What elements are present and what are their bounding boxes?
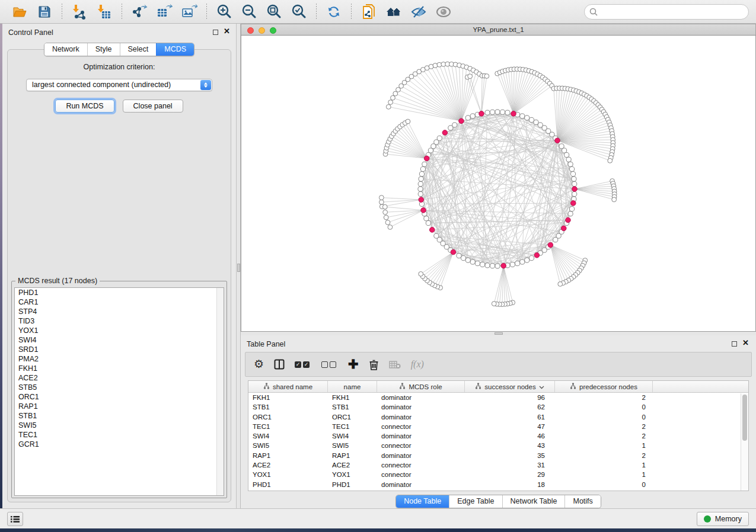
cell-successor-nodes[interactable]: 47 xyxy=(465,422,555,431)
graph-hub-node[interactable] xyxy=(501,263,506,268)
task-history-button[interactable] xyxy=(7,512,23,526)
cell-name[interactable]: PHD1 xyxy=(328,480,377,489)
hide-graphics-details-icon[interactable] xyxy=(410,3,428,21)
save-session-icon[interactable] xyxy=(36,3,53,21)
open-file-icon[interactable] xyxy=(11,3,28,21)
graph-node[interactable] xyxy=(510,262,515,267)
cell-successor-nodes[interactable]: 96 xyxy=(465,393,555,402)
cell-MCDS-role[interactable]: connector xyxy=(377,460,465,470)
criterion-dropdown[interactable]: largest connected component (undirected) xyxy=(26,79,212,91)
import-table-icon[interactable] xyxy=(95,3,113,21)
graph-node[interactable] xyxy=(520,259,525,264)
graph-hub-node[interactable] xyxy=(479,111,484,117)
tab-network[interactable]: Network xyxy=(44,43,87,56)
graph-node[interactable] xyxy=(569,207,574,211)
graph-node[interactable] xyxy=(470,259,475,264)
select-all-checkboxes-icon[interactable]: ✓✓ xyxy=(295,361,311,368)
cell-MCDS-role[interactable]: dominator xyxy=(377,451,465,460)
vertical-splitter-handle[interactable] xyxy=(237,264,240,272)
cell-successor-nodes[interactable]: 31 xyxy=(465,460,555,470)
close-panel-icon[interactable]: ✕ xyxy=(224,27,230,36)
graph-leaf-node[interactable] xyxy=(379,196,384,200)
cell-MCDS-role[interactable]: dominator xyxy=(377,412,465,422)
graph-node[interactable] xyxy=(572,177,576,181)
cell-MCDS-role[interactable]: connector xyxy=(377,441,465,450)
tab-motifs[interactable]: Motifs xyxy=(564,495,600,508)
column-header-MCDS-role[interactable]: MCDS role xyxy=(377,381,465,392)
zoom-selected-icon[interactable] xyxy=(290,3,308,21)
show-eye-icon[interactable] xyxy=(435,3,452,21)
graph-node[interactable] xyxy=(515,261,520,265)
tab-mcds[interactable]: MCDS xyxy=(156,43,194,56)
table-row[interactable]: FKH1FKH1dominator962 xyxy=(248,393,748,402)
table-row[interactable]: TEC1TEC1connector472 xyxy=(248,422,748,431)
cell-shared-name[interactable]: SWI5 xyxy=(248,441,328,450)
cell-shared-name[interactable]: ORC1 xyxy=(248,412,328,422)
cell-successor-nodes[interactable]: 43 xyxy=(465,441,555,450)
window-minimize-icon[interactable] xyxy=(259,27,265,34)
mcds-result-item[interactable]: ORC1 xyxy=(15,392,224,402)
graph-hub-node[interactable] xyxy=(424,156,429,161)
graph-node[interactable] xyxy=(428,148,433,153)
graph-leaf-node[interactable] xyxy=(382,204,387,209)
graph-leaf-node[interactable] xyxy=(388,100,393,105)
graph-leaf-node[interactable] xyxy=(391,95,395,100)
graph-node[interactable] xyxy=(422,162,427,166)
cell-name[interactable]: SWI4 xyxy=(328,431,377,441)
cell-shared-name[interactable]: RAP1 xyxy=(248,451,328,460)
mcds-result-item[interactable]: STB5 xyxy=(15,383,224,392)
graph-hub-node[interactable] xyxy=(459,118,464,124)
network-window-titlebar[interactable]: YPA_prune.txt_1 xyxy=(241,24,756,36)
table-row[interactable]: PHD1PHD1dominator180 xyxy=(248,480,748,489)
graph-node[interactable] xyxy=(525,116,529,120)
graph-hub-node[interactable] xyxy=(566,217,571,223)
cell-successor-nodes[interactable]: 18 xyxy=(465,480,555,489)
cell-predecessor-nodes[interactable]: 0 xyxy=(555,412,653,422)
mcds-result-item[interactable]: STP4 xyxy=(15,307,224,316)
graph-node[interactable] xyxy=(529,117,534,122)
graph-node[interactable] xyxy=(569,166,574,171)
mcds-result-item[interactable]: GCR1 xyxy=(15,440,224,449)
cell-successor-nodes[interactable]: 62 xyxy=(465,402,555,412)
graph-hub-node[interactable] xyxy=(419,197,424,203)
graph-node[interactable] xyxy=(534,120,538,124)
column-header-predecessor-nodes[interactable]: predecessor nodes xyxy=(555,381,653,392)
cell-predecessor-nodes[interactable]: 1 xyxy=(555,470,653,479)
network-graph[interactable] xyxy=(241,36,756,332)
graph-node[interactable] xyxy=(520,114,525,118)
cell-shared-name[interactable]: FKH1 xyxy=(248,393,328,402)
graph-leaf-node[interactable] xyxy=(379,200,384,204)
graph-leaf-node[interactable] xyxy=(386,104,391,109)
graph-node[interactable] xyxy=(529,255,534,260)
graph-node[interactable] xyxy=(505,110,510,115)
graph-node[interactable] xyxy=(490,110,495,114)
dropdown-stepper-icon[interactable] xyxy=(200,80,211,90)
graph-node[interactable] xyxy=(419,177,423,181)
cell-predecessor-nodes[interactable]: 2 xyxy=(555,431,653,441)
graph-node[interactable] xyxy=(437,136,442,140)
cell-name[interactable]: TEC1 xyxy=(328,422,377,431)
show-columns-icon[interactable] xyxy=(274,359,285,370)
graph-leaf-node[interactable] xyxy=(558,282,563,287)
cell-shared-name[interactable]: PHD1 xyxy=(248,480,328,489)
cell-shared-name[interactable]: TEC1 xyxy=(248,422,328,431)
close-panel-icon[interactable]: ✕ xyxy=(742,339,749,347)
window-zoom-icon[interactable] xyxy=(270,27,276,34)
zoom-out-icon[interactable] xyxy=(240,3,258,21)
tab-select[interactable]: Select xyxy=(120,43,157,56)
cell-name[interactable]: ACE2 xyxy=(328,460,377,470)
cell-MCDS-role[interactable]: dominator xyxy=(377,393,465,402)
mcds-result-item[interactable]: STB1 xyxy=(15,411,224,421)
graph-node[interactable] xyxy=(485,263,490,268)
graph-node[interactable] xyxy=(420,166,425,171)
cell-name[interactable]: ORC1 xyxy=(328,412,377,422)
cell-successor-nodes[interactable]: 46 xyxy=(465,431,555,441)
table-row[interactable]: SWI5SWI5connector431 xyxy=(248,441,748,450)
graph-hub-node[interactable] xyxy=(429,227,435,233)
graph-node[interactable] xyxy=(431,144,436,149)
table-row[interactable]: SWI4SWI4dominator462 xyxy=(248,431,748,441)
graph-node[interactable] xyxy=(566,157,571,162)
graph-node[interactable] xyxy=(418,187,423,191)
float-window-icon[interactable] xyxy=(213,30,218,35)
cell-successor-nodes[interactable]: 61 xyxy=(465,412,555,422)
